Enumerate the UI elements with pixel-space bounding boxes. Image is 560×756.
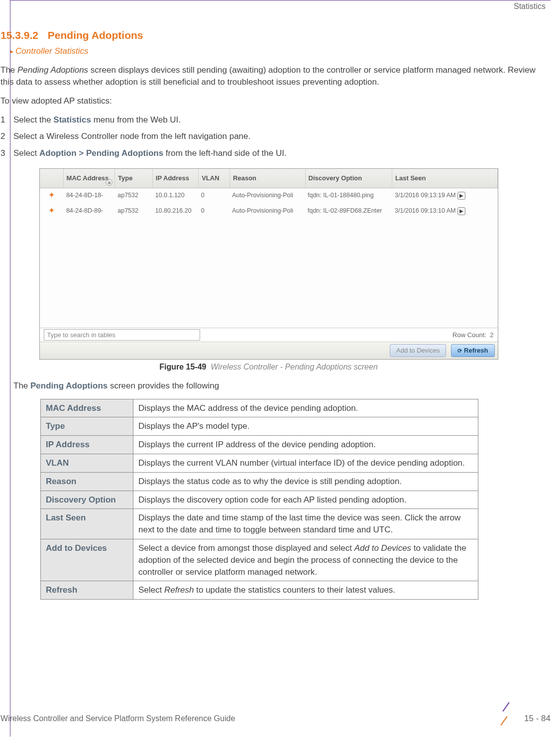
table-row[interactable]: ✦ 84-24-8D-18- ap7532 10.0.1.120 0 Auto-… (40, 188, 498, 204)
statistics-menu-ref: Statistics (53, 115, 91, 125)
status-icon: ✦ (48, 206, 55, 215)
cell-ip: 10.80.216.20 (152, 206, 198, 217)
field-description: Displays the current VLAN number (virtua… (133, 454, 478, 472)
page-number: 15 - 84 (524, 713, 551, 725)
refresh-button[interactable]: ⟳Refresh (451, 344, 494, 357)
cell-discovery: fqdn: IL-01-188480.ping (305, 190, 392, 202)
field-description: Displays the current IP address of the d… (133, 436, 478, 454)
field-row: Add to DevicesSelect a device from among… (41, 539, 478, 581)
add-to-devices-button[interactable]: Add to Devices (390, 344, 446, 357)
field-row: ReasonDisplays the status code as to why… (41, 472, 478, 491)
cell-reason: Auto-Provisioning-Poli (229, 206, 305, 217)
brand-slash-icon (499, 710, 517, 728)
field-description: Select a device from amongst those displ… (133, 539, 478, 581)
time-toggle-icon[interactable]: ▶ (457, 207, 465, 215)
status-column-header[interactable] (40, 169, 64, 188)
adoption-menu-ref: Adoption > Pending Adoptions (39, 148, 163, 158)
discovery-column-header[interactable]: Discovery Option (306, 169, 393, 188)
intro-paragraph: The Pending Adoptions screen displays de… (0, 64, 537, 88)
field-label: Refresh (41, 581, 133, 600)
pending-adoptions-screenshot: MAC Address▴ Type IP Address VLAN Reason… (39, 168, 498, 360)
field-label: Reason (41, 472, 133, 491)
field-label: Discovery Option (41, 491, 133, 509)
cell-ip: 10.0.1.120 (152, 190, 198, 202)
section-number: 15.3.9.2 (0, 29, 38, 41)
field-row: VLANDisplays the current VLAN number (vi… (41, 454, 478, 472)
field-description: Displays the AP's model type. (133, 417, 478, 436)
field-row: Discovery OptionDisplays the discovery o… (41, 491, 478, 509)
field-description-table: MAC AddressDisplays the MAC address of t… (40, 399, 478, 600)
time-toggle-icon[interactable]: ▶ (457, 192, 465, 200)
field-row: IP AddressDisplays the current IP addres… (41, 436, 478, 454)
field-row: Last SeenDisplays the date and time stam… (41, 509, 478, 539)
field-label: MAC Address (41, 399, 133, 417)
lastseen-column-header[interactable]: Last Seen (392, 169, 497, 188)
field-label: IP Address (41, 436, 133, 454)
field-row: MAC AddressDisplays the MAC address of t… (41, 399, 478, 417)
field-description: Displays the date and time stamp of the … (133, 509, 478, 539)
cell-type: ap7532 (114, 190, 152, 202)
step-3: 3 Select Adoption > Pending Adoptions fr… (0, 147, 537, 159)
field-row: RefreshSelect Refresh to update the stat… (41, 581, 478, 600)
page-header-section: Statistics (514, 0, 546, 12)
footer-guide-title: Wireless Controller and Service Platform… (0, 713, 235, 724)
refresh-icon: ⟳ (457, 348, 462, 354)
reason-column-header[interactable]: Reason (230, 169, 305, 188)
field-description: Displays the status code as to why the d… (133, 472, 478, 491)
cell-mac: 84-24-8D-18- (63, 190, 114, 202)
step-2: 2 Select a Wireless Controller node from… (0, 130, 537, 142)
field-description: Select Refresh to update the statistics … (133, 581, 478, 600)
cell-discovery: fqdn: IL-02-89FD68.ZEnter (305, 206, 392, 217)
cell-vlan: 0 (198, 206, 229, 217)
figure-caption: Figure 15-49 Wireless Controller - Pendi… (0, 362, 537, 373)
cell-mac: 84-24-8D-89- (63, 206, 114, 217)
cell-type: ap7532 (114, 206, 152, 217)
step-1: 1 Select the Statistics menu from the We… (0, 114, 537, 126)
vlan-column-header[interactable]: VLAN (199, 169, 230, 188)
status-icon: ✦ (48, 191, 55, 199)
cell-vlan: 0 (198, 190, 229, 202)
table-intro: The Pending Adoptions screen provides th… (13, 380, 537, 392)
breadcrumb-link[interactable]: Controller Statistics (10, 45, 537, 57)
table-body: ✦ 84-24-8D-18- ap7532 10.0.1.120 0 Auto-… (40, 188, 498, 328)
table-row[interactable]: ✦ 84-24-8D-89- ap7532 10.80.216.20 0 Aut… (40, 204, 498, 219)
cell-reason: Auto-Provisioning-Poli (229, 190, 305, 202)
section-heading: 15.3.9.2 Pending Adoptions (0, 28, 537, 42)
field-row: TypeDisplays the AP's model type. (41, 417, 478, 436)
field-label: Type (41, 417, 133, 436)
field-label: Add to Devices (41, 539, 133, 581)
table-header-row: MAC Address▴ Type IP Address VLAN Reason… (40, 169, 498, 188)
row-count-label: Row Count: 2 (452, 331, 493, 340)
mac-column-header[interactable]: MAC Address▴ (64, 169, 115, 188)
cell-lastseen: 3/1/2016 09:13:10 AM▶ (392, 206, 497, 217)
section-title: Pending Adoptions (48, 29, 143, 41)
field-label: VLAN (41, 454, 133, 472)
type-column-header[interactable]: Type (115, 169, 153, 188)
ip-column-header[interactable]: IP Address (153, 169, 199, 188)
field-description: Displays the MAC address of the device p… (133, 399, 478, 417)
sort-indicator-icon: ▴ (106, 179, 112, 186)
table-search-input[interactable] (44, 329, 200, 341)
field-description: Displays the discovery option code for e… (133, 491, 478, 509)
cell-lastseen: 3/1/2016 09:13:19 AM▶ (392, 190, 497, 202)
field-label: Last Seen (41, 509, 133, 539)
lead-text: To view adopted AP statistics: (0, 95, 537, 107)
